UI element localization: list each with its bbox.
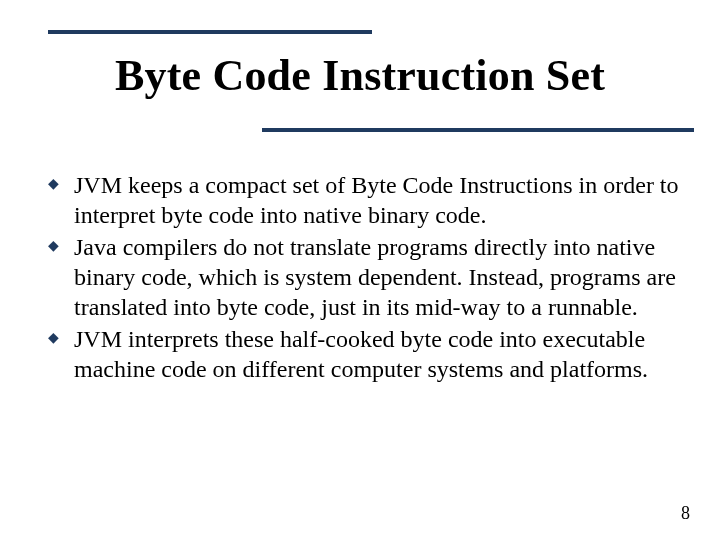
diamond-bullet-icon: ◆: [48, 331, 64, 345]
slide: Byte Code Instruction Set ◆ JVM keeps a …: [0, 0, 720, 540]
bullet-item: ◆ JVM interprets these half-cooked byte …: [48, 324, 680, 384]
diamond-bullet-icon: ◆: [48, 239, 64, 253]
bullet-text: Java compilers do not translate programs…: [74, 232, 680, 322]
bullet-item: ◆ JVM keeps a compact set of Byte Code I…: [48, 170, 680, 230]
body: ◆ JVM keeps a compact set of Byte Code I…: [48, 170, 680, 386]
bullet-text: JVM keeps a compact set of Byte Code Ins…: [74, 170, 680, 230]
bullet-item: ◆ Java compilers do not translate progra…: [48, 232, 680, 322]
slide-title: Byte Code Instruction Set: [0, 50, 720, 101]
bullet-text: JVM interprets these half-cooked byte co…: [74, 324, 680, 384]
diamond-bullet-icon: ◆: [48, 177, 64, 191]
rule-bottom: [262, 128, 694, 132]
rule-top: [48, 30, 372, 34]
page-number: 8: [681, 503, 690, 524]
